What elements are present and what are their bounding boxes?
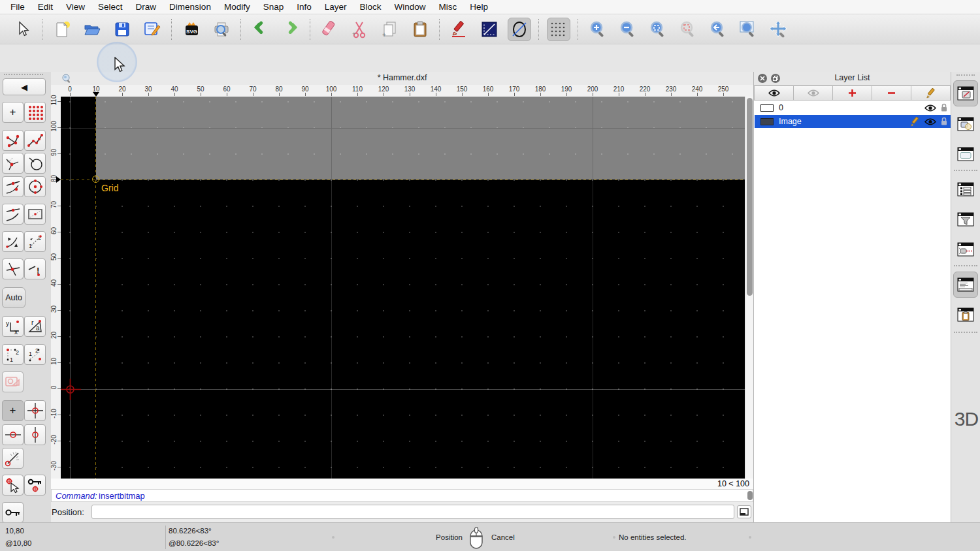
snap-circle-center-button[interactable] xyxy=(24,176,46,197)
restrict-vertical-button[interactable] xyxy=(24,424,46,445)
command-line[interactable]: Command: insertbitmap xyxy=(51,489,753,502)
layer-row-image[interactable]: Image xyxy=(755,115,951,128)
open-file-button[interactable] xyxy=(80,18,104,41)
restrict-horizontal-button[interactable] xyxy=(2,424,24,445)
command-widget-toggle-button[interactable] xyxy=(953,272,978,298)
coordinate-cartesian-button[interactable]: yx xyxy=(2,316,24,337)
snap-reference-icon xyxy=(27,206,43,222)
layer-visible-icon[interactable] xyxy=(924,104,936,112)
snap-distance-manual-button[interactable]: 12 xyxy=(24,231,46,252)
block-list-toggle-button[interactable] xyxy=(953,111,978,137)
snap-intersection-manual-button[interactable] xyxy=(2,153,24,174)
hide-all-layers-button[interactable] xyxy=(794,86,833,101)
menu-item-snap[interactable]: Snap xyxy=(257,0,291,14)
pen-attributes-button[interactable] xyxy=(448,18,471,41)
command-options-toggle-button[interactable] xyxy=(953,236,978,262)
remove-layer-button[interactable] xyxy=(872,86,911,101)
snap-grid-button[interactable] xyxy=(24,102,46,123)
panel-handle[interactable] xyxy=(956,74,975,78)
menu-item-layer[interactable]: Layer xyxy=(318,0,353,14)
relative-cartesian-button[interactable]: 12 xyxy=(2,344,24,365)
menu-item-view[interactable]: View xyxy=(59,0,91,14)
edit-layer-button[interactable] xyxy=(911,86,951,101)
undo-button[interactable] xyxy=(249,18,272,41)
layer-visible-icon[interactable] xyxy=(924,118,936,125)
add-layer-button[interactable] xyxy=(833,86,872,101)
zoom-pan-button[interactable] xyxy=(766,18,790,41)
menu-item-modify[interactable]: Modify xyxy=(218,0,257,14)
zoom-previous-button[interactable] xyxy=(676,18,700,41)
zoom-window-button[interactable] xyxy=(736,18,760,41)
relative-polar-button[interactable]: 12 xyxy=(24,344,46,365)
print-preview-button[interactable] xyxy=(210,18,233,41)
snap-selected-button[interactable] xyxy=(2,475,24,496)
command-options-button[interactable] xyxy=(737,505,751,518)
line-tool-button[interactable] xyxy=(478,18,501,41)
snap-intersection-button[interactable] xyxy=(2,259,24,279)
save-as-button[interactable] xyxy=(140,18,164,41)
panel-handle[interactable] xyxy=(4,74,43,77)
show-all-layers-button[interactable] xyxy=(754,86,794,101)
layer-lock-icon[interactable] xyxy=(940,117,948,126)
drawing-titlebar[interactable]: * Hammer.dxf xyxy=(51,72,753,86)
snap-reference-button[interactable] xyxy=(24,204,46,225)
v-ruler-tick-label: 90 xyxy=(50,143,57,163)
snap-center-button[interactable] xyxy=(24,153,46,174)
lock-relative-zero-button[interactable] xyxy=(24,475,46,496)
snap-distance-button[interactable] xyxy=(2,231,24,252)
ellipse-tool-button[interactable] xyxy=(508,18,531,41)
menu-item-select[interactable]: Select xyxy=(91,0,129,14)
snap-auto-button[interactable]: Auto xyxy=(2,287,25,308)
snap-angle-button[interactable] xyxy=(2,448,24,469)
menu-item-help[interactable]: Help xyxy=(463,0,495,14)
scrollbar-thumb[interactable] xyxy=(747,98,753,296)
mouse-icon xyxy=(468,525,485,550)
cut-button[interactable]: + xyxy=(348,18,372,41)
clipboard-toggle-button[interactable] xyxy=(953,302,978,328)
new-document-button[interactable] xyxy=(50,18,74,41)
select-tool-button[interactable] xyxy=(11,18,35,41)
layer-row-0[interactable]: 0 xyxy=(755,101,951,114)
zoom-out-button[interactable] xyxy=(616,18,640,41)
menu-item-block[interactable]: Block xyxy=(353,0,388,14)
canvas-vertical-scrollbar[interactable] xyxy=(745,97,754,479)
menu-item-misc[interactable]: Misc xyxy=(433,0,464,14)
export-svg-button[interactable]: SVG xyxy=(180,18,203,41)
snap-free-button[interactable]: + xyxy=(2,102,24,123)
menu-item-file[interactable]: File xyxy=(4,0,31,14)
grid-toggle-button[interactable] xyxy=(547,18,570,41)
set-relative-zero-button[interactable] xyxy=(24,400,46,421)
eye-off-icon xyxy=(808,89,819,97)
toggle-lock-button[interactable] xyxy=(2,502,24,523)
menu-item-dimension[interactable]: Dimension xyxy=(163,0,218,14)
delete-button[interactable] xyxy=(318,18,342,41)
snap-on-entity-button[interactable] xyxy=(24,130,46,151)
drawing-canvas[interactable]: Grid xyxy=(61,97,745,479)
paste-button[interactable] xyxy=(408,18,432,41)
library-browser-toggle-button[interactable] xyxy=(953,141,978,167)
save-button[interactable] xyxy=(110,18,134,41)
zoom-in-button[interactable] xyxy=(586,18,610,41)
layer-lock-icon[interactable] xyxy=(940,103,948,112)
menu-item-edit[interactable]: Edit xyxy=(31,0,59,14)
copy-button[interactable]: + xyxy=(378,18,402,41)
coordinate-polar-button[interactable]: ra xyxy=(24,316,46,337)
selection-filter-toggle-button[interactable] xyxy=(953,206,978,232)
menu-item-draw[interactable]: Draw xyxy=(129,0,163,14)
restrict-off-button[interactable]: + xyxy=(2,400,24,421)
back-button[interactable]: ◀ xyxy=(3,78,46,95)
zoom-redraw-button[interactable] xyxy=(706,18,730,41)
redo-button[interactable] xyxy=(279,18,302,41)
layer-edit-icon[interactable] xyxy=(910,117,920,127)
snap-middle-button[interactable] xyxy=(2,204,24,225)
menu-item-info[interactable]: Info xyxy=(290,0,318,14)
restrict-nothing-button[interactable]: ! xyxy=(24,259,46,279)
menu-item-window[interactable]: Window xyxy=(388,0,433,14)
zoom-auto-button[interactable] xyxy=(646,18,670,41)
command-scrollbar-thumb[interactable] xyxy=(747,491,753,500)
layer-list-toggle-button[interactable] xyxy=(953,80,978,106)
position-input[interactable] xyxy=(91,505,734,519)
snap-endpoint-button[interactable] xyxy=(2,130,24,151)
entity-list-toggle-button[interactable] xyxy=(953,176,978,202)
snap-tangent-button[interactable] xyxy=(2,176,24,197)
